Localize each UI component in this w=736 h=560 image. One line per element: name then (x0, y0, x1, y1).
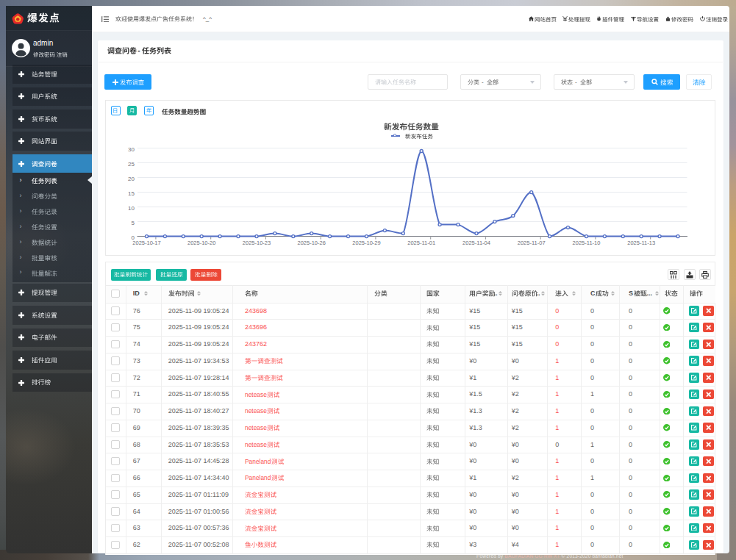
svg-text:5: 5 (132, 220, 135, 226)
svg-text:2025-10-17: 2025-10-17 (132, 240, 160, 246)
svg-text:2025-11-10: 2025-11-10 (573, 240, 601, 246)
svg-text:30: 30 (128, 146, 135, 153)
svg-text:25: 25 (128, 161, 135, 168)
svg-text:2025-10-20: 2025-10-20 (187, 240, 215, 246)
svg-text:2025-10-23: 2025-10-23 (243, 240, 271, 246)
svg-text:2025-10-26: 2025-10-26 (298, 240, 326, 246)
svg-text:2025-11-01: 2025-11-01 (407, 240, 435, 246)
svg-text:2025-11-07: 2025-11-07 (518, 240, 546, 246)
svg-text:10: 10 (128, 205, 135, 212)
svg-text:20: 20 (128, 176, 135, 182)
svg-text:2025-11-04: 2025-11-04 (462, 240, 490, 246)
svg-text:2025-10-29: 2025-10-29 (352, 240, 380, 246)
svg-text:15: 15 (128, 190, 135, 197)
svg-text:2025-11-13: 2025-11-13 (627, 240, 655, 246)
